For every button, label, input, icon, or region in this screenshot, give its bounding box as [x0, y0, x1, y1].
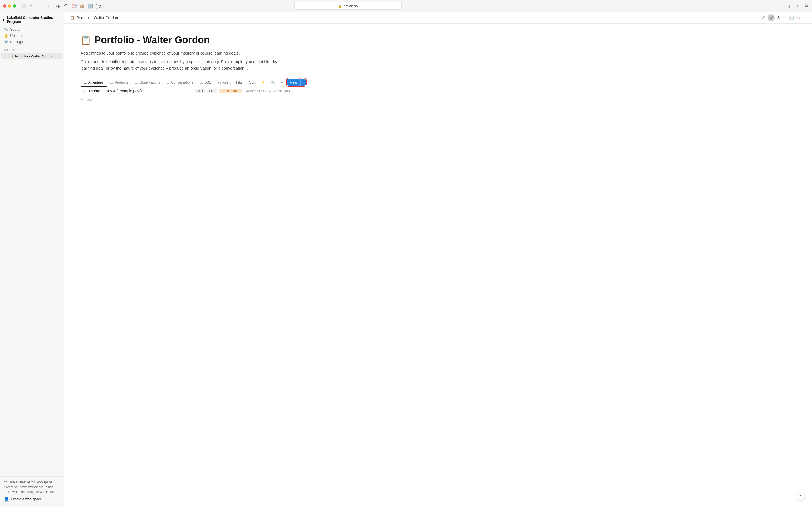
tab-more-label: 7 more... [218, 80, 231, 84]
theme-icon[interactable]: ◑ [55, 3, 61, 9]
page-icon: 📋 [9, 54, 13, 58]
page-title-row: 📋 Portfolio - Walter Gordon [80, 35, 290, 46]
workspace-chevron-icon: ⌄ [59, 18, 61, 21]
tab-lg1-label: LG1 [205, 80, 211, 84]
tag-conversation[interactable]: Conversation [219, 89, 242, 94]
tab-observations-label: Observations [139, 80, 160, 84]
sidebar-item-search[interactable]: 🔍 Search [0, 26, 64, 33]
titlebar-right-actions: ⬆ ＋ ⧉ [786, 3, 809, 9]
titlebar-nav: ‹ › [38, 3, 52, 9]
tab-all-entries-icon: ☰ [84, 80, 87, 84]
new-button[interactable]: New [287, 79, 300, 86]
tab-conversations-icon: ☰ [167, 80, 170, 84]
tag-lg1[interactable]: LG1 [195, 89, 206, 94]
favorite-icon[interactable]: ☆ [797, 15, 801, 20]
share-icon[interactable]: ⬆ [786, 3, 792, 9]
new-button-dropdown[interactable]: ▾ [300, 79, 305, 86]
filter-button[interactable]: Filter [234, 79, 245, 85]
tab-conversations[interactable]: ☰ Conversations [163, 78, 196, 87]
sidebar-item-updates[interactable]: 🔔 Updates [0, 33, 64, 39]
shared-section-title: Shared [0, 46, 64, 53]
close-button[interactable] [3, 4, 6, 7]
row-tags: LG1 LG3 Conversation [195, 89, 242, 94]
tabs-icon[interactable]: ⧉ [803, 3, 809, 9]
comment-icon[interactable]: 💬 [96, 3, 101, 9]
add-row-label: New [85, 98, 93, 102]
page-description-1: Add entries to your portfolio to provide… [80, 50, 290, 56]
timer-icon[interactable]: ⏱ [63, 3, 69, 9]
search-icon: 🔍 [4, 27, 8, 32]
sidebar: L Lakefield Computer Studies Program ⌄ 🔍… [0, 12, 64, 507]
forward-button[interactable]: › [45, 3, 52, 9]
info-icon[interactable]: ℹ️ [88, 3, 93, 9]
tab-products[interactable]: ☰ Products [107, 78, 131, 87]
sidebar-item-settings[interactable]: ⚙️ Settings [0, 39, 64, 45]
share-button[interactable]: Share [777, 15, 787, 19]
database-tabs: ☰ All entries ☰ Products ☰ Observations … [80, 78, 290, 87]
add-row-icon: ＋ [80, 97, 84, 102]
tab-observations-icon: ☰ [135, 80, 138, 84]
updates-icon: 🔔 [4, 34, 8, 38]
titlebar-tools: ◑ ⏱ 🎯 📦 ℹ️ 💬 [55, 3, 101, 9]
row-page-icon: 📄 [80, 89, 85, 93]
settings-icon: ⚙️ [4, 40, 8, 44]
tab-conversations-label: Conversations [171, 80, 193, 84]
sidebar-footer-text: You are a guest of this workspace. Creat… [4, 480, 60, 494]
sidebar-updates-label: Updates [10, 34, 23, 38]
sidebar-settings-label: Settings [10, 40, 23, 44]
new-button-wrap: New ▾ [287, 79, 305, 86]
minimize-button[interactable] [8, 4, 11, 7]
table-row: 📄 Thread 3, Day 4 (Example post) LG1 LG3… [80, 87, 290, 95]
create-workspace-button[interactable]: 👤 Create a workspace [4, 497, 60, 502]
cube-icon[interactable]: 📦 [79, 3, 85, 9]
sidebar-item-portfolio-walter-gordon[interactable]: › 📋 Portfolio - Walter Gordon [1, 53, 63, 59]
page-header-icon: 📋 [70, 15, 74, 20]
more-options-icon[interactable]: ··· [803, 15, 807, 20]
page-description-2: Click through the different database tab… [80, 59, 290, 71]
titlebar-left-icons: ⬜ ▾ [20, 3, 34, 9]
tab-more[interactable]: 7 more... [214, 78, 234, 87]
db-more-options-icon[interactable]: ··· [279, 79, 285, 85]
page-title-emoji: 📋 [80, 35, 91, 45]
page-name: Portfolio - Walter Gordon [15, 54, 53, 58]
sidebar-chevron-icon[interactable]: ▾ [28, 3, 34, 9]
avatar: W [768, 14, 775, 21]
tab-all-entries-label: All entries [89, 80, 104, 84]
traffic-lights [3, 4, 16, 7]
lightning-icon[interactable]: ⚡ [259, 79, 267, 85]
tab-products-icon: ☰ [110, 80, 113, 84]
maximize-button[interactable] [13, 4, 16, 7]
tool3-icon[interactable]: 🎯 [71, 3, 77, 9]
app: L Lakefield Computer Studies Program ⌄ 🔍… [0, 12, 812, 507]
page-title: Portfolio - Walter Gordon [95, 35, 210, 46]
tab-all-entries[interactable]: ☰ All entries [80, 78, 107, 87]
row-title[interactable]: Thread 3, Day 4 (Example post) [89, 89, 193, 93]
sidebar-search-label: Search [10, 27, 21, 32]
add-new-row[interactable]: ＋ New [80, 95, 290, 103]
new-tab-icon[interactable]: ＋ [795, 3, 800, 9]
tab-lg1[interactable]: ☰ LG1 [196, 78, 214, 87]
user-initial: W [762, 15, 765, 19]
row-date: September 12, 2023 7:01 AM [245, 89, 290, 93]
page-header-actions: W W Share 🕐 ☆ ··· [762, 14, 807, 21]
sidebar-toggle-icon[interactable]: ⬜ [20, 3, 26, 9]
page-content-area: 📋 Portfolio - Walter Gordon Add entries … [64, 23, 306, 114]
sort-button[interactable]: Sort [247, 79, 257, 85]
page-header-bar: 📋 Portfolio - Walter Gordon W W Share 🕐 … [64, 12, 812, 23]
back-button[interactable]: ‹ [38, 3, 44, 9]
address-bar[interactable]: 🔒 notion.so [294, 2, 402, 10]
search-db-icon[interactable]: 🔍 [269, 79, 277, 85]
help-button[interactable]: ? [797, 492, 806, 501]
workspace-header[interactable]: L Lakefield Computer Studies Program ⌄ [0, 14, 64, 25]
page-header-title: Portfolio - Walter Gordon [76, 15, 760, 20]
tab-observations[interactable]: ☰ Observations [131, 78, 163, 87]
lock-icon: 🔒 [338, 4, 342, 8]
history-icon[interactable]: 🕐 [789, 15, 794, 20]
workspace-icon: L [3, 18, 5, 22]
page-expand-arrow: › [4, 55, 7, 58]
create-workspace-label: Create a workspace [11, 497, 42, 501]
sidebar-navigation: 🔍 Search 🔔 Updates ⚙️ Settings [0, 25, 64, 46]
database-actions: Filter Sort ⚡ 🔍 ··· New ▾ [234, 78, 305, 87]
tab-products-label: Products [115, 80, 128, 84]
tag-lg3[interactable]: LG3 [207, 89, 218, 94]
